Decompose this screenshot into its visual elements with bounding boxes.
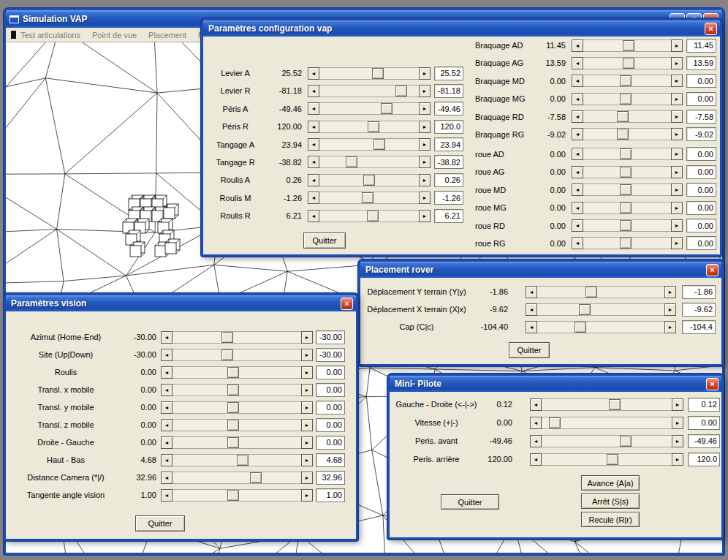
value-textbox[interactable]: -81.18 [434, 84, 463, 98]
scroll-right-arrow-icon[interactable]: ► [419, 102, 431, 115]
scroll-thumb[interactable] [579, 304, 591, 315]
scroll-track[interactable] [537, 321, 664, 333]
scroll-track[interactable] [319, 85, 419, 97]
scroll-right-arrow-icon[interactable]: ► [301, 349, 313, 361]
scroll-track[interactable] [583, 219, 671, 232]
value-textbox[interactable]: 0.00 [686, 236, 716, 250]
scroll-track[interactable] [172, 419, 301, 431]
scroll-left-arrow-icon[interactable]: ◄ [530, 417, 542, 429]
scroll-right-arrow-icon[interactable]: ► [672, 398, 683, 411]
scroll-left-arrow-icon[interactable]: ◄ [572, 110, 583, 123]
scroll-right-arrow-icon[interactable]: ► [664, 286, 676, 298]
scroll-left-arrow-icon[interactable]: ◄ [161, 331, 172, 344]
scroll-right-arrow-icon[interactable]: ► [301, 454, 313, 466]
scroll-thumb[interactable] [374, 139, 385, 150]
scroll-track[interactable] [583, 39, 671, 52]
scroll-right-arrow-icon[interactable]: ► [419, 156, 431, 168]
value-textbox[interactable]: 0.00 [688, 416, 720, 430]
scroll-track[interactable] [537, 303, 664, 316]
value-textbox[interactable]: -9.62 [682, 303, 716, 317]
scroll-thumb[interactable] [585, 287, 597, 298]
scroll-thumb[interactable] [368, 121, 379, 132]
scroll-left-arrow-icon[interactable]: ◄ [308, 192, 319, 204]
value-textbox[interactable]: 0.00 [316, 418, 345, 432]
value-textbox[interactable]: 0.00 [686, 183, 716, 197]
scroll-left-arrow-icon[interactable]: ◄ [530, 435, 542, 447]
scroll-left-arrow-icon[interactable]: ◄ [572, 57, 583, 69]
app-icon[interactable] [10, 15, 19, 23]
value-textbox[interactable]: 0.00 [316, 436, 345, 450]
scroll-left-arrow-icon[interactable]: ◄ [161, 384, 172, 396]
scroll-track[interactable] [583, 128, 671, 140]
scroll-right-arrow-icon[interactable]: ► [671, 93, 683, 105]
scroll-thumb[interactable] [346, 156, 357, 167]
scroll-left-arrow-icon[interactable]: ◄ [161, 419, 172, 431]
scroll-right-arrow-icon[interactable]: ► [671, 202, 683, 214]
scroll-right-arrow-icon[interactable]: ► [672, 435, 683, 447]
scroll-track[interactable] [583, 110, 671, 123]
scroll-track[interactable] [583, 148, 671, 160]
quitter-button[interactable]: Quitter [509, 342, 550, 358]
scroll-left-arrow-icon[interactable]: ◄ [308, 85, 319, 97]
value-textbox[interactable]: 0.00 [686, 201, 716, 215]
scroll-track[interactable] [583, 166, 671, 178]
scroll-track[interactable] [319, 121, 419, 133]
close-icon[interactable]: × [706, 378, 718, 390]
scroll-thumb[interactable] [620, 436, 632, 447]
close-icon[interactable]: × [706, 264, 718, 276]
scroll-thumb[interactable] [250, 472, 262, 483]
scroll-left-arrow-icon[interactable]: ◄ [308, 138, 319, 151]
scroll-left-arrow-icon[interactable]: ◄ [572, 237, 583, 249]
scroll-right-arrow-icon[interactable]: ► [419, 85, 431, 97]
scroll-right-arrow-icon[interactable]: ► [419, 67, 431, 80]
arret-button[interactable]: Arrêt (S|s) [581, 493, 640, 509]
scroll-right-arrow-icon[interactable]: ► [301, 489, 313, 502]
scroll-left-arrow-icon[interactable]: ◄ [572, 148, 583, 160]
scroll-thumb[interactable] [363, 175, 375, 186]
scroll-left-arrow-icon[interactable]: ◄ [161, 489, 172, 502]
scroll-track[interactable] [172, 331, 301, 344]
scroll-right-arrow-icon[interactable]: ► [419, 138, 431, 151]
scroll-track[interactable] [172, 349, 301, 361]
scroll-thumb[interactable] [227, 385, 239, 396]
value-textbox[interactable]: 0.00 [316, 366, 345, 379]
scroll-track[interactable] [172, 436, 301, 449]
scroll-thumb[interactable] [395, 86, 407, 97]
scroll-right-arrow-icon[interactable]: ► [301, 401, 313, 414]
scroll-left-arrow-icon[interactable]: ◄ [308, 67, 319, 80]
scroll-right-arrow-icon[interactable]: ► [671, 128, 683, 140]
value-textbox[interactable]: 0.00 [686, 147, 716, 161]
value-textbox[interactable]: 0.00 [686, 219, 716, 232]
value-textbox[interactable]: -49.46 [434, 102, 463, 116]
scroll-right-arrow-icon[interactable]: ► [671, 237, 683, 249]
value-textbox[interactable]: 120.0 [688, 453, 720, 466]
scroll-track[interactable] [583, 75, 671, 87]
scroll-left-arrow-icon[interactable]: ◄ [526, 321, 537, 333]
dialog-titlebar[interactable]: Mini- Pilote × [390, 376, 721, 392]
scroll-track[interactable] [583, 57, 671, 69]
scroll-left-arrow-icon[interactable]: ◄ [161, 401, 172, 414]
scroll-left-arrow-icon[interactable]: ◄ [572, 39, 583, 52]
scroll-track[interactable] [319, 156, 419, 168]
scroll-right-arrow-icon[interactable]: ► [671, 39, 683, 52]
scroll-track[interactable] [172, 384, 301, 396]
scroll-thumb[interactable] [620, 238, 632, 249]
dialog-titlebar[interactable]: Paramètres configuration vap × [203, 20, 720, 37]
quitter-button[interactable]: Quitter [303, 232, 346, 249]
scroll-right-arrow-icon[interactable]: ► [671, 183, 683, 196]
scroll-thumb[interactable] [575, 322, 586, 333]
scroll-thumb[interactable] [617, 111, 629, 122]
value-textbox[interactable]: 0.00 [686, 92, 716, 106]
scroll-track[interactable] [319, 192, 419, 204]
scroll-left-arrow-icon[interactable]: ◄ [530, 398, 542, 411]
scroll-right-arrow-icon[interactable]: ► [301, 436, 313, 449]
scroll-left-arrow-icon[interactable]: ◄ [308, 210, 319, 222]
scroll-left-arrow-icon[interactable]: ◄ [161, 454, 172, 466]
value-textbox[interactable]: -30.00 [316, 348, 345, 362]
scroll-right-arrow-icon[interactable]: ► [671, 166, 683, 178]
value-textbox[interactable]: 120.0 [434, 120, 463, 134]
scroll-left-arrow-icon[interactable]: ◄ [572, 183, 583, 196]
scroll-thumb[interactable] [620, 94, 632, 105]
scroll-right-arrow-icon[interactable]: ► [419, 192, 431, 204]
menu-item[interactable]: Point de vue [92, 31, 137, 39]
